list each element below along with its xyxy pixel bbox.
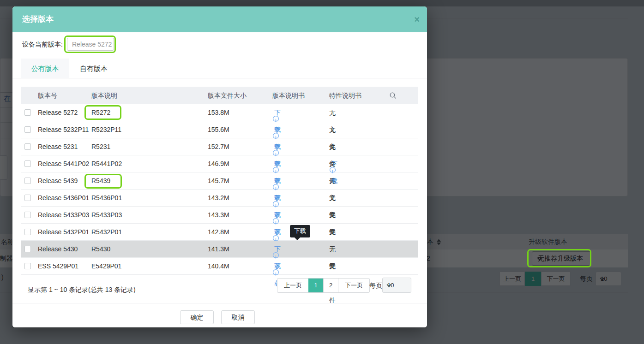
prev-page-button[interactable]: 上一页: [277, 279, 308, 292]
row-checkbox[interactable]: [24, 160, 31, 167]
row-checkbox[interactable]: [24, 246, 31, 252]
file-size-cell: 142.8M: [208, 224, 229, 241]
file-size-cell: 146.9M: [208, 155, 229, 172]
row-checkbox[interactable]: [24, 143, 31, 150]
row-checkbox[interactable]: [24, 229, 31, 235]
modal-footer: 确定 取消: [12, 303, 427, 327]
search-icon[interactable]: [389, 92, 397, 100]
version-number-cell: Release 5439: [38, 172, 78, 190]
version-number-cell: Release 5441P02: [38, 155, 89, 172]
version-table-row: Release 5433P03R5433P03143.3M下载无文件: [21, 207, 418, 224]
download-link[interactable]: 下载: [272, 241, 274, 258]
download-link[interactable]: 下载: [272, 207, 274, 224]
row-checkbox[interactable]: [24, 212, 31, 218]
version-description-cell: R5436P01: [91, 190, 122, 207]
version-description-cell: R5232P11: [91, 121, 121, 138]
row-checkbox[interactable]: [24, 263, 31, 269]
tab-own-versions[interactable]: 自有版本: [69, 59, 118, 78]
records-summary: 显示第 1 ~ 10 条记录(总共 13 条记录): [28, 282, 136, 297]
file-size-cell: 155.6M: [208, 121, 229, 138]
version-number-cell: Release 5232P11: [38, 121, 89, 138]
download-link[interactable]: 下载: [329, 155, 331, 172]
download-link[interactable]: 下载: [272, 190, 274, 207]
annotation-box-r5272: [84, 105, 121, 120]
modal-title: 选择版本: [22, 6, 54, 32]
annotation-box-current-version: [64, 36, 116, 53]
pagination-group: 上一页 1 2 下一页: [277, 278, 370, 293]
version-table-row: ESS 5429P01E5429P01140.4M下载无文件: [21, 258, 418, 275]
version-description-cell: R5231: [91, 138, 110, 155]
version-number-cell: Release 5231: [38, 138, 78, 155]
column-version-manual: 版本说明书: [272, 87, 305, 104]
file-size-cell: 140.4M: [208, 258, 229, 275]
page-1-button[interactable]: 1: [308, 279, 323, 292]
tabs-divider: [12, 78, 427, 78]
file-size-cell: 143.3M: [208, 207, 229, 224]
next-page-button[interactable]: 下一页: [338, 279, 369, 292]
version-number-cell: Release 5272: [38, 104, 78, 121]
page-2-button[interactable]: 2: [323, 279, 338, 292]
download-link[interactable]: 下载: [272, 138, 274, 155]
version-description-cell: R5430: [91, 241, 110, 258]
annotation-box-r5439: [84, 174, 122, 189]
select-version-modal: 选择版本 × 设备当前版本: Release 5272 公有版本 自有版本 版本…: [12, 6, 427, 327]
version-table-body: Release 5272R5272153.8M下载无文件Release 5232…: [21, 104, 418, 275]
version-table-row: Release 5272R5272153.8M下载无文件: [21, 104, 418, 121]
version-description-cell: R5441P02: [91, 155, 122, 172]
download-link[interactable]: 下载: [272, 258, 274, 275]
row-checkbox[interactable]: [24, 178, 31, 184]
version-table-row: Release 5436P01R5436P01143.2M下载无文件: [21, 190, 418, 207]
per-page-select[interactable]: 10: [382, 278, 411, 293]
row-checkbox[interactable]: [24, 126, 31, 133]
version-number-cell: ESS 5429P01: [38, 258, 78, 275]
row-checkbox[interactable]: [24, 109, 31, 116]
version-number-cell: Release 5432P01: [38, 224, 89, 241]
file-size-cell: 145.7M: [208, 172, 229, 190]
version-number-cell: Release 5430: [38, 241, 78, 258]
annotation-box-upgrade-dropdown: [527, 249, 591, 267]
screen: 在 名称 本 升级软件版本 制器 2 无推荐升级版本 ) 上一页 1 下一页 每…: [0, 0, 644, 344]
version-table-row: Release 5232P11R5232P11155.6M下载无文件: [21, 121, 418, 138]
file-size-cell: 153.8M: [208, 104, 229, 121]
column-version-description: 版本说明: [91, 87, 117, 104]
confirm-button[interactable]: 确定: [180, 310, 214, 324]
cancel-button[interactable]: 取消: [221, 310, 255, 324]
per-page-label: 每页: [369, 278, 382, 293]
tab-public-versions[interactable]: 公有版本: [21, 59, 69, 78]
file-size-cell: 152.7M: [208, 138, 229, 155]
version-table-row: Release 5441P02R5441P02146.9M下载下载: [21, 155, 418, 172]
close-icon[interactable]: ×: [414, 13, 420, 25]
download-link[interactable]: 下载: [272, 224, 274, 241]
file-size-cell: 143.2M: [208, 190, 229, 207]
version-description-cell: E5429P01: [91, 258, 121, 275]
version-description-cell: R5432P01: [91, 224, 122, 241]
version-table-row: Release 5430R5430141.3M下载无文件: [21, 241, 418, 258]
download-link[interactable]: 下载: [272, 155, 274, 172]
version-number-cell: Release 5433P03: [38, 207, 89, 224]
device-current-version-label: 设备当前版本:: [22, 41, 63, 49]
download-link[interactable]: 下载: [272, 104, 274, 121]
version-number-cell: Release 5436P01: [38, 190, 89, 207]
download-link[interactable]: 下载: [272, 172, 274, 190]
download-tooltip: 下载: [290, 225, 310, 237]
version-table-row: Release 5231R5231152.7M下载无文件: [21, 138, 418, 155]
row-checkbox[interactable]: [24, 195, 31, 201]
version-table-row: Release 5439R5439145.7M下载无文件: [21, 172, 418, 190]
column-file-size: 版本文件大小: [208, 87, 247, 104]
version-description-cell: R5433P03: [91, 207, 122, 224]
modal-header: 选择版本 ×: [12, 6, 427, 32]
file-size-cell: 141.3M: [208, 241, 229, 258]
download-link[interactable]: 下载: [272, 121, 274, 138]
column-version-number: 版本号: [38, 87, 57, 104]
column-feature-manual: 特性说明书: [329, 87, 361, 104]
table-header-row: 版本号 版本说明 版本文件大小 版本说明书 特性说明书: [21, 87, 418, 104]
version-table-row: Release 5432P01R5432P01142.8M下载无文件: [21, 224, 418, 241]
